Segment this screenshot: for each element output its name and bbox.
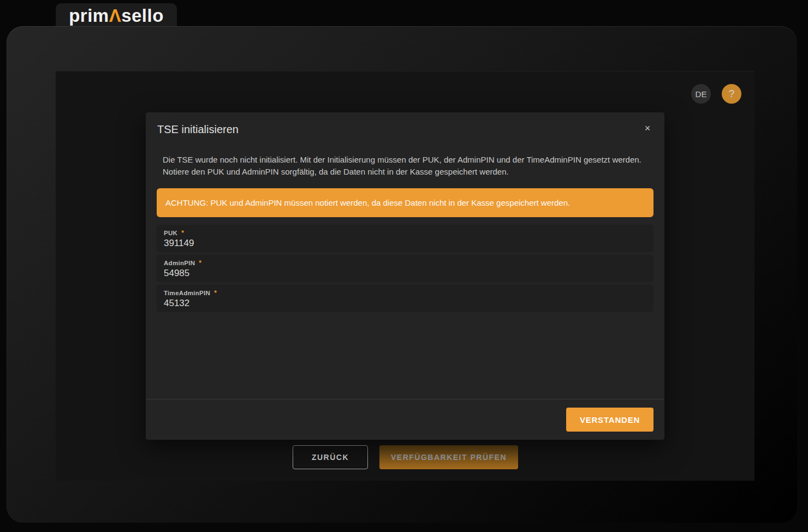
tse-init-modal: TSE initialisieren × Die TSE wurde noch … bbox=[146, 112, 664, 440]
warning-banner-text: ACHTUNG: PUK und AdminPIN müssen notiert… bbox=[165, 198, 570, 207]
back-button[interactable]: ZURÜCK bbox=[293, 445, 368, 469]
adminpin-field-label-row: AdminPIN * bbox=[164, 259, 646, 267]
understood-button-label: VERSTANDEN bbox=[580, 415, 640, 425]
app-root: { "brand": { "logo_prefix": "prim", "log… bbox=[0, 0, 808, 532]
required-asterisk: * bbox=[214, 289, 217, 297]
language-badge[interactable]: DE bbox=[691, 84, 711, 104]
required-asterisk: * bbox=[181, 229, 184, 237]
close-icon[interactable]: × bbox=[639, 120, 656, 136]
puk-field-label: PUK bbox=[164, 230, 177, 236]
help-button[interactable]: ? bbox=[722, 84, 741, 104]
modal-title: TSE initialisieren bbox=[157, 123, 239, 136]
back-button-label: ZURÜCK bbox=[312, 453, 349, 462]
question-mark-icon: ? bbox=[729, 88, 735, 100]
timeadminpin-input[interactable] bbox=[164, 298, 646, 309]
logo-prefix: prim bbox=[69, 5, 109, 26]
check-availability-button[interactable]: VERFÜGBARKEIT PRÜFEN bbox=[379, 445, 518, 469]
check-availability-label: VERFÜGBARKEIT PRÜFEN bbox=[391, 453, 507, 462]
field-list: PUK * AdminPIN * TimeAdminPIN * bbox=[157, 225, 653, 315]
language-badge-label: DE bbox=[696, 89, 707, 99]
puk-field[interactable]: PUK * bbox=[157, 225, 653, 252]
puk-input[interactable] bbox=[164, 238, 646, 249]
adminpin-field-label: AdminPIN bbox=[164, 260, 195, 266]
logo-suffix: sello bbox=[121, 5, 164, 26]
timeadminpin-field-label: TimeAdminPIN bbox=[164, 290, 210, 296]
modal-description: Die TSE wurde noch nicht initialisiert. … bbox=[163, 154, 645, 178]
warning-banner: ACHTUNG: PUK und AdminPIN müssen notiert… bbox=[157, 188, 653, 217]
understood-button[interactable]: VERSTANDEN bbox=[566, 408, 653, 432]
adminpin-field[interactable]: AdminPIN * bbox=[157, 255, 653, 282]
modal-footer: VERSTANDEN bbox=[146, 399, 664, 440]
timeadminpin-field[interactable]: TimeAdminPIN * bbox=[157, 285, 653, 312]
puk-field-label-row: PUK * bbox=[164, 229, 646, 237]
timeadminpin-field-label-row: TimeAdminPIN * bbox=[164, 289, 646, 297]
adminpin-input[interactable] bbox=[164, 268, 646, 279]
required-asterisk: * bbox=[199, 259, 201, 267]
logo-accent-glyph: Λ bbox=[109, 5, 122, 26]
